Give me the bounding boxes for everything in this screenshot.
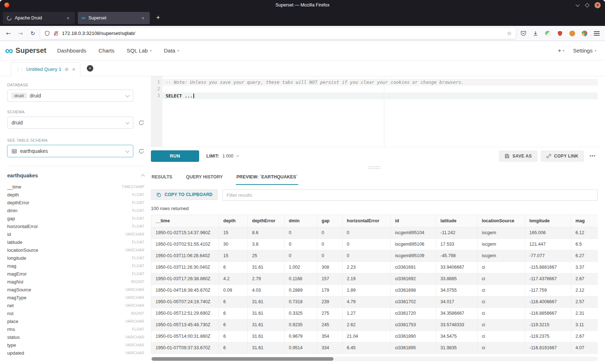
table-cell: ci3361720 xyxy=(391,308,436,319)
table-cell: 6 xyxy=(219,342,248,354)
scrollbar-thumb[interactable] xyxy=(152,357,333,361)
column-type: VARCHAR xyxy=(125,351,144,355)
schema-column-row: magFLOAT xyxy=(7,262,144,270)
settings-menu[interactable]: Settings▾ xyxy=(573,47,596,54)
refresh-schema-icon[interactable] xyxy=(138,120,144,126)
column-header[interactable]: horizontalError xyxy=(342,215,391,227)
ublock-shield-icon[interactable] xyxy=(555,29,565,38)
table-cell: 34.5475 xyxy=(436,331,478,342)
chevron-down-icon: ▾ xyxy=(595,49,596,53)
column-header[interactable]: mag xyxy=(571,215,598,227)
database-label: DATABASE xyxy=(7,83,144,87)
table-cell: 25 xyxy=(248,250,284,262)
copy-link-button[interactable]: COPY LINK xyxy=(541,151,584,161)
column-header[interactable]: id xyxy=(391,215,436,227)
schema-column-row: updatedVARCHAR xyxy=(7,349,144,357)
browser-tab-superset[interactable]: ∞ Superset × xyxy=(78,12,150,24)
table-cell: 3.11 xyxy=(571,319,598,331)
table-cell: 2.79 xyxy=(248,273,284,285)
bookmark-star-icon[interactable]: ☆ xyxy=(507,30,512,37)
maximize-icon[interactable] xyxy=(585,3,590,8)
browser-tab-strip: Apache Druid × ∞ Superset × + xyxy=(0,10,605,26)
tab-close-icon[interactable]: × xyxy=(140,15,146,21)
extension-green-icon[interactable] xyxy=(543,29,552,38)
sql-editor[interactable]: 1 2 3 -- Note: Unless you save your quer… xyxy=(151,76,598,147)
url-toolbar: ← → ↻ 172.18.0.3:32108/superset/sqllab/ … xyxy=(0,26,605,41)
table-schema-label: SEE TABLE SCHEMA xyxy=(7,138,144,142)
refresh-table-icon[interactable] xyxy=(138,148,144,154)
table-cell: iscgem xyxy=(478,239,525,250)
column-header[interactable]: locationSource xyxy=(478,215,525,227)
url-field[interactable]: 172.18.0.3:32108/superset/sqllab/ ☆ xyxy=(40,28,516,39)
table-cell: ci3361702 xyxy=(391,296,436,308)
back-icon[interactable]: ← xyxy=(4,30,13,37)
column-header[interactable]: dmin xyxy=(284,215,317,227)
copy-to-clipboard-button[interactable]: COPY TO CLIPBOARD xyxy=(151,189,218,200)
column-header[interactable]: gap xyxy=(317,215,342,227)
add-query-tab-button[interactable]: + xyxy=(87,65,93,72)
url-text[interactable]: 172.18.0.3:32108/superset/sqllab/ xyxy=(62,31,504,36)
extension-orange-icon[interactable] xyxy=(568,29,577,38)
tab-preview-earthquakes[interactable]: PREVIEW: `EARTHQUAKES` xyxy=(236,170,299,185)
more-actions-button[interactable]: ••• xyxy=(587,153,598,159)
table-cell: 179 xyxy=(317,285,342,296)
column-type: FLOAT xyxy=(132,192,144,197)
query-tab[interactable]: ⋮⋮ Untitled Query 1 × xyxy=(11,62,80,76)
close-icon[interactable]: × xyxy=(595,2,601,8)
shield-icon[interactable] xyxy=(44,31,50,36)
table-cell: 239 xyxy=(317,296,342,308)
superset-logo[interactable]: ∞ Superset xyxy=(5,46,46,56)
column-type: FLOAT xyxy=(132,327,144,331)
query-tab-close-icon[interactable]: × xyxy=(72,67,75,72)
results-controls-row: COPY TO CLIPBOARD xyxy=(151,189,598,201)
table-grid-icon xyxy=(12,149,17,154)
downloads-icon[interactable] xyxy=(531,29,540,38)
nav-item-dashboards[interactable]: Dashboards xyxy=(57,47,86,54)
table-cell: 1950-01-03T11:26:30.040Z xyxy=(151,262,219,273)
run-button[interactable]: RUN xyxy=(151,150,199,162)
table-cell: iscgem895109 xyxy=(391,250,436,262)
line-number: 2 xyxy=(151,86,160,92)
limit-dropdown[interactable]: LIMIT: 1 000 xyxy=(206,154,239,159)
table-schema-header[interactable]: earthquakes xyxy=(7,173,144,178)
minimize-icon[interactable] xyxy=(576,3,580,7)
schema-select[interactable]: druid xyxy=(7,117,133,129)
column-header[interactable]: depth xyxy=(219,215,248,227)
column-header[interactable]: longitude xyxy=(525,215,571,227)
results-table-container: __timedepthdepthErrordmingaphorizontalEr… xyxy=(151,215,598,354)
table-select[interactable]: earthquakes xyxy=(7,145,133,157)
new-item-menu[interactable]: +▾ xyxy=(558,47,564,54)
drag-handle-icon[interactable]: ⋮⋮ xyxy=(16,67,23,72)
chevron-up-icon[interactable] xyxy=(141,174,145,178)
chevron-down-icon xyxy=(125,120,129,124)
table-cell: 354 xyxy=(317,331,342,342)
column-header[interactable]: depthError xyxy=(248,215,284,227)
filter-results-input[interactable] xyxy=(222,189,598,201)
table-row: 1950-01-03T02:51:55.410Z303.8000iscgem89… xyxy=(151,239,598,250)
nav-item-sql-lab[interactable]: SQL Lab▾ xyxy=(127,47,152,54)
tab-close-icon[interactable]: × xyxy=(65,15,71,21)
reload-icon[interactable]: ↻ xyxy=(28,30,37,37)
save-as-button[interactable]: SAVE AS xyxy=(499,151,537,161)
pocket-icon[interactable] xyxy=(519,29,528,38)
table-cell: 34.3586667 xyxy=(436,308,478,319)
nav-item-charts[interactable]: Charts xyxy=(99,47,115,54)
insecure-lock-icon[interactable] xyxy=(53,31,59,36)
editor-code-area[interactable]: -- Note: Unless you save your query, the… xyxy=(162,76,598,147)
table-cell: ci xyxy=(478,331,525,342)
forward-icon[interactable]: → xyxy=(16,30,25,37)
menu-icon[interactable] xyxy=(592,29,601,38)
browser-tab-druid[interactable]: Apache Druid × xyxy=(3,12,75,24)
column-header[interactable]: latitude xyxy=(436,215,478,227)
tab-results[interactable]: RESULTS xyxy=(151,170,173,185)
table-cell: 0.9679 xyxy=(284,331,317,342)
table-cell: 2.12 xyxy=(571,285,598,296)
nav-item-data[interactable]: Data▾ xyxy=(164,47,179,54)
new-tab-button[interactable]: + xyxy=(153,13,163,23)
tab-query-history[interactable]: QUERY HISTORY xyxy=(185,170,223,185)
database-select[interactable]: druid druid xyxy=(7,90,133,102)
column-header[interactable]: __time xyxy=(151,215,219,227)
extension-pinwheel-icon[interactable] xyxy=(580,29,589,38)
pane-resize-handle[interactable] xyxy=(151,165,598,170)
table-cell: 31.61 xyxy=(248,308,284,319)
